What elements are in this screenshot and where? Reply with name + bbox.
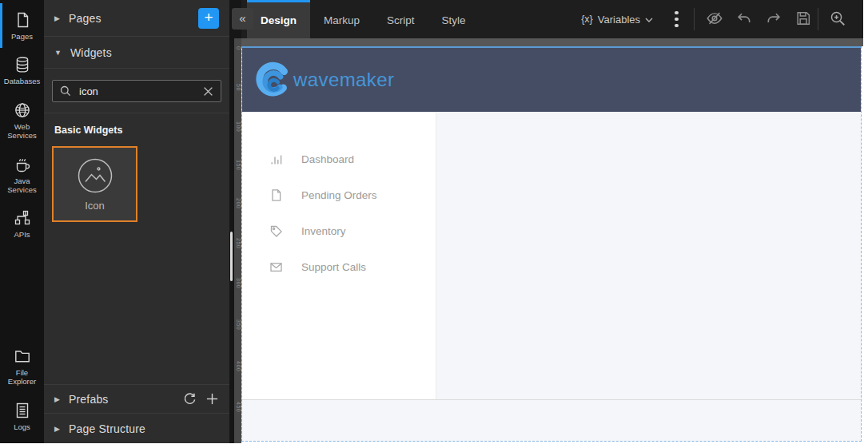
logs-icon: [14, 402, 31, 419]
chevron-right-icon: ▶: [54, 425, 60, 433]
search-input[interactable]: [78, 85, 203, 98]
variables-button[interactable]: {x} Variables: [576, 13, 658, 26]
nav-item-support-calls[interactable]: Support Calls: [242, 249, 436, 285]
sidebar-item-java-services[interactable]: Java Services: [0, 148, 44, 202]
design-canvas[interactable]: wavemaker Dashboard: [241, 46, 862, 442]
chevron-down-icon: [645, 18, 653, 22]
eye-off-icon: [706, 10, 723, 30]
toolbar-divider: [694, 8, 695, 30]
widget-list: Icon: [44, 141, 229, 384]
envelope-icon: [269, 260, 284, 274]
chevron-down-icon: ▼: [54, 49, 62, 57]
app-footer-bar: [242, 399, 861, 441]
nav-item-pending-orders[interactable]: Pending Orders: [242, 177, 436, 213]
brand-name: wavemaker: [293, 69, 394, 91]
icon-widget-card[interactable]: Icon: [52, 146, 137, 222]
java-services-icon: [14, 156, 31, 173]
apis-icon: [14, 209, 31, 227]
ruler-tick: 50: [235, 84, 241, 91]
save-button[interactable]: [794, 10, 813, 29]
studio-app: Pages Databases Web Services: [0, 0, 863, 443]
activity-sidebar: Pages Databases Web Services: [0, 0, 44, 443]
tab-script[interactable]: Script: [373, 0, 428, 38]
toolbar-actions: {x} Variables: [576, 0, 863, 38]
sidebar-item-label: Pages: [11, 32, 33, 41]
sidebar-item-databases[interactable]: Databases: [0, 48, 44, 93]
wavemaker-logo-icon: [254, 61, 291, 98]
tab-design[interactable]: Design: [247, 0, 310, 38]
clear-search-icon[interactable]: [203, 86, 213, 97]
sidebar-item-pages[interactable]: Pages: [0, 3, 44, 48]
sidebar-item-label: Logs: [14, 422, 30, 431]
sidebar-bottom-group: File Explorer Logs: [0, 339, 44, 443]
sidebar-top-group: Pages Databases Web Services: [0, 0, 44, 247]
vertical-scrollbar-thumb[interactable]: [230, 232, 233, 281]
vertical-ruler: 0 50 100 150 200 250 300 350 400 450: [234, 38, 241, 443]
variables-braces-icon: {x}: [581, 14, 593, 25]
widget-search-box[interactable]: [52, 80, 221, 102]
collapse-panel-button[interactable]: «: [232, 8, 253, 30]
databases-icon: [14, 56, 31, 73]
prefabs-section-label: Prefabs: [69, 393, 109, 406]
prefabs-section-header[interactable]: ▶ Prefabs: [44, 384, 229, 413]
brand: wavemaker: [254, 61, 394, 98]
add-prefab-icon[interactable]: [205, 392, 219, 406]
wavemaker-studio-window: Pages Databases Web Services: [0, 0, 868, 448]
pages-icon: [14, 11, 31, 29]
more-options-button[interactable]: [673, 10, 680, 30]
toolbar-divider: [818, 8, 818, 30]
tab-markup[interactable]: Markup: [310, 0, 373, 38]
search-icon: [60, 85, 71, 97]
sidebar-item-label: File Explorer: [1, 368, 43, 387]
ruler-tick: 250: [235, 238, 241, 248]
pages-section-label: Pages: [69, 12, 102, 25]
refresh-icon[interactable]: [183, 392, 197, 406]
variables-label: Variables: [598, 14, 640, 26]
page-structure-section-header[interactable]: ▶ Page Structure: [44, 413, 229, 443]
redo-icon: [765, 10, 782, 30]
sidebar-item-apis[interactable]: APIs: [0, 201, 44, 246]
sidebar-item-label: Web Services: [1, 122, 43, 141]
ruler-tick: 200: [235, 198, 241, 208]
ruler-tick: 300: [235, 278, 241, 288]
document-icon: [269, 188, 284, 202]
widgets-section-header[interactable]: ▼ Widgets: [44, 37, 229, 69]
image-circle-icon: [77, 157, 113, 194]
zoom-in-button[interactable]: [828, 10, 847, 29]
web-services-icon: [14, 101, 31, 119]
tab-style[interactable]: Style: [428, 0, 480, 38]
chevron-right-icon: ▶: [54, 14, 60, 22]
sidebar-item-label: Java Services: [1, 176, 43, 195]
basic-widgets-label: Basic Widgets: [44, 113, 229, 141]
nav-item-label: Pending Orders: [301, 189, 377, 201]
icon-widget-label: Icon: [85, 200, 105, 212]
prefabs-actions: [183, 392, 219, 406]
nav-item-label: Support Calls: [301, 261, 366, 273]
plus-icon: +: [204, 10, 213, 25]
ruler-tick: 450: [235, 402, 241, 412]
ruler-tick: 350: [235, 319, 241, 330]
pages-section-header[interactable]: ▶ Pages +: [44, 0, 229, 37]
editor-tabs: Design Markup Script Style: [247, 0, 480, 38]
nav-item-dashboard[interactable]: Dashboard: [242, 141, 436, 177]
redo-button[interactable]: [764, 10, 783, 29]
bar-chart-icon: [269, 153, 284, 166]
nav-item-label: Dashboard: [301, 153, 354, 165]
undo-button[interactable]: [735, 10, 754, 29]
widgets-panel: ▶ Pages + ▼ Widgets: [44, 0, 229, 443]
editor-main: Design Markup Script Style {x} Variables: [241, 0, 863, 443]
add-page-button[interactable]: +: [198, 8, 219, 29]
chevron-right-icon: ▶: [54, 395, 60, 403]
file-explorer-icon: [14, 347, 31, 365]
ruler-tick: 0: [235, 46, 241, 50]
undo-icon: [735, 10, 753, 30]
sidebar-item-logs[interactable]: Logs: [0, 394, 44, 438]
ruler-tick: 150: [235, 160, 241, 170]
sidebar-item-web-services[interactable]: Web Services: [0, 93, 44, 148]
preview-hidden-button[interactable]: [705, 10, 724, 29]
ruler-tick: 400: [235, 361, 241, 371]
sidebar-item-file-explorer[interactable]: File Explorer: [0, 339, 44, 394]
zoom-in-icon: [829, 10, 846, 30]
app-content-area[interactable]: [436, 112, 861, 399]
nav-item-inventory[interactable]: Inventory: [242, 213, 436, 249]
